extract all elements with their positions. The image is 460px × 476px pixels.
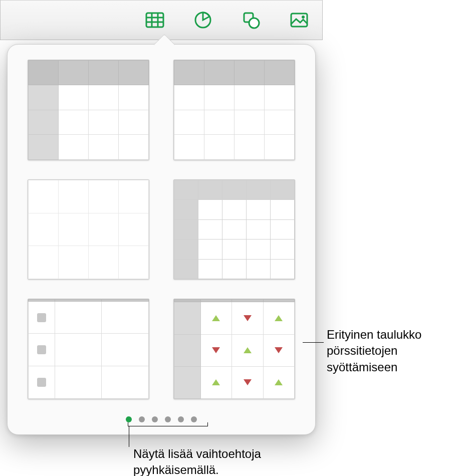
page-dot[interactable] (126, 416, 132, 422)
insert-media-button[interactable] (285, 6, 313, 34)
image-icon (289, 10, 309, 30)
table-style-popover (7, 44, 316, 435)
checkbox-icon (37, 313, 46, 322)
table-template-header-row-and-column[interactable] (28, 60, 149, 160)
table-template-plain[interactable] (28, 179, 149, 280)
triangle-down-icon (212, 347, 220, 353)
checkbox-icon (37, 345, 46, 354)
triangle-down-icon (244, 379, 252, 385)
triangle-down-icon (275, 347, 283, 353)
page-dot[interactable] (165, 416, 171, 422)
page-dot[interactable] (178, 416, 184, 422)
table-template-checklist[interactable] (28, 299, 149, 399)
insert-chart-button[interactable] (189, 6, 217, 34)
callout-swipe: Näytä lisää vaihtoehtoja pyyhkäisemällä. (133, 446, 344, 476)
insert-table-button[interactable] (141, 6, 169, 34)
page-dot[interactable] (139, 416, 145, 422)
callout-tick (128, 422, 128, 426)
svg-point-9 (302, 16, 305, 19)
table-template-header-row-col-outline[interactable] (173, 179, 295, 280)
callout-stock-table: Erityinen taulukko pörssitietojen syöttä… (327, 327, 457, 375)
callout-line (129, 426, 129, 447)
triangle-up-icon (244, 347, 252, 353)
insert-shape-button[interactable] (237, 6, 265, 34)
table-template-grid (28, 60, 295, 399)
page-dot[interactable] (152, 416, 158, 422)
checkbox-icon (37, 378, 46, 387)
callout-line (303, 342, 324, 343)
triangle-up-icon (212, 379, 220, 385)
triangle-up-icon (275, 315, 283, 321)
triangle-down-icon (244, 315, 252, 321)
chart-icon (193, 10, 213, 30)
page-dot[interactable] (191, 416, 197, 422)
svg-point-7 (249, 18, 259, 28)
svg-rect-0 (146, 13, 163, 27)
callout-line (128, 426, 208, 426)
page-indicator[interactable] (8, 416, 315, 422)
table-template-stock[interactable] (173, 299, 295, 399)
svg-rect-8 (291, 14, 307, 27)
shape-icon (241, 10, 261, 30)
table-template-header-row[interactable] (173, 60, 295, 160)
triangle-up-icon (212, 315, 220, 321)
triangle-up-icon (275, 379, 283, 385)
callout-tick (207, 422, 208, 426)
toolbar (0, 0, 323, 40)
table-icon (145, 10, 165, 30)
